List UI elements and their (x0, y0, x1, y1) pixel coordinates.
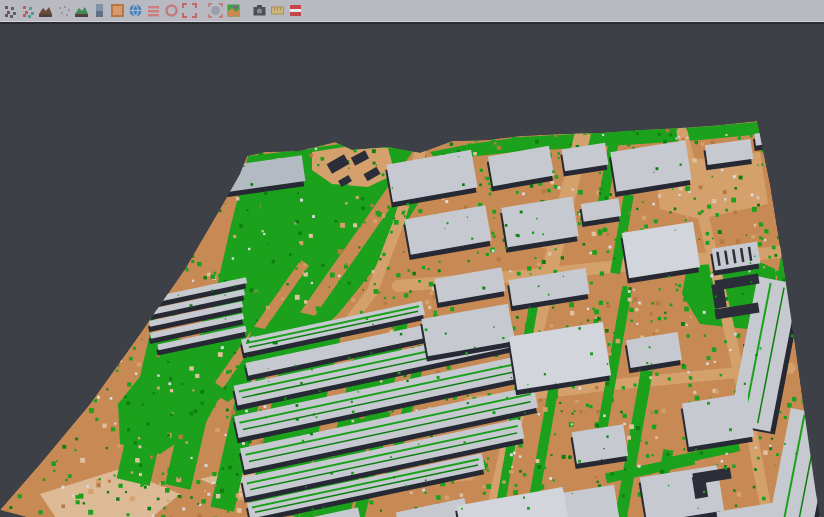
app-window (0, 0, 824, 517)
annotation-flag-icon[interactable] (288, 3, 303, 18)
measure-tool-icon-glyph (270, 3, 285, 18)
classified-points-icon-glyph (20, 3, 35, 18)
terrain-group (0, 121, 824, 517)
terrain-model-icon[interactable] (38, 3, 53, 18)
zoom-extents-icon-glyph (182, 3, 197, 18)
circle-select-icon[interactable] (164, 3, 179, 18)
annotation-flag-icon-glyph (288, 3, 303, 18)
vegetation-model-icon-glyph (74, 3, 89, 18)
toolbar-separator (244, 3, 249, 18)
classified-points-icon[interactable] (20, 3, 35, 18)
orthophoto-icon[interactable] (110, 3, 125, 18)
classification-map-icon[interactable] (226, 3, 241, 18)
toolbar-separator (200, 3, 205, 18)
classification-map-icon-glyph (226, 3, 241, 18)
zoom-extents-icon[interactable] (182, 3, 197, 18)
point-cloud-colors-icon-glyph (2, 3, 17, 18)
terrain-model-icon-glyph (38, 3, 53, 18)
orthophoto-icon-glyph (110, 3, 125, 18)
camera-view-icon[interactable] (252, 3, 267, 18)
measure-tool-icon[interactable] (270, 3, 285, 18)
cross-section-icon-glyph (92, 3, 107, 18)
sphere-render-icon[interactable] (208, 3, 223, 18)
globe-view-icon-glyph (128, 3, 143, 18)
cross-section-icon[interactable] (92, 3, 107, 18)
globe-view-icon[interactable] (128, 3, 143, 18)
layer-list-icon[interactable] (146, 3, 161, 18)
point-density-icon-glyph (56, 3, 71, 18)
camera-view-icon-glyph (252, 3, 267, 18)
layer-list-icon-glyph (146, 3, 161, 18)
point-density-icon[interactable] (56, 3, 71, 18)
sphere-render-icon-glyph (208, 3, 223, 18)
main-toolbar (0, 0, 824, 21)
point-cloud-colors-icon[interactable] (2, 3, 17, 18)
circle-select-icon-glyph (164, 3, 179, 18)
vegetation-model-icon[interactable] (74, 3, 89, 18)
3d-viewport[interactable] (0, 24, 824, 517)
point-cloud-scene (0, 24, 824, 517)
toolbar-edge-shadow (0, 22, 824, 24)
